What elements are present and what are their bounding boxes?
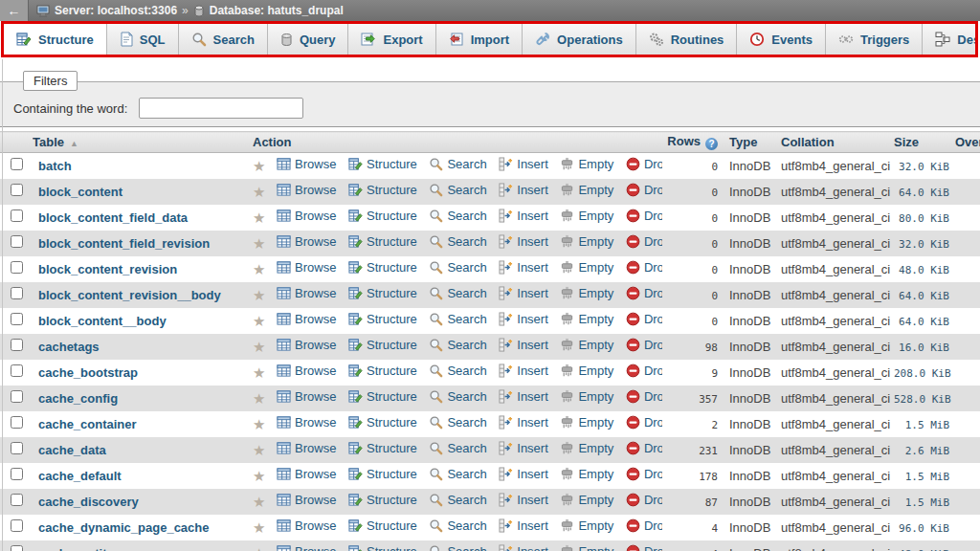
drop-link[interactable]: Drop (626, 234, 662, 249)
drop-link[interactable]: Drop (626, 260, 662, 275)
table-name-link[interactable]: block_content__body (38, 314, 167, 328)
favorite-star-icon[interactable]: ★ (253, 416, 265, 432)
browse-link[interactable]: Browse (277, 518, 336, 533)
drop-link[interactable]: Drop (626, 441, 662, 455)
browse-link[interactable]: Browse (277, 157, 336, 171)
row-checkbox[interactable] (11, 184, 23, 196)
favorite-star-icon[interactable]: ★ (253, 313, 265, 329)
browse-link[interactable]: Browse (277, 234, 336, 249)
drop-link[interactable]: Drop (626, 518, 662, 533)
search-link[interactable]: Search (429, 364, 486, 378)
row-checkbox[interactable] (11, 494, 23, 506)
table-name-link[interactable]: cache_entity (38, 546, 114, 551)
favorite-star-icon[interactable]: ★ (253, 494, 265, 510)
browse-link[interactable]: Browse (277, 415, 336, 430)
structure-link[interactable]: Structure (348, 286, 417, 300)
structure-link[interactable]: Structure (348, 415, 417, 430)
empty-link[interactable]: Empty (560, 544, 613, 551)
structure-link[interactable]: Structure (348, 209, 417, 223)
browse-link[interactable]: Browse (277, 183, 336, 197)
favorite-star-icon[interactable]: ★ (253, 235, 265, 252)
drop-link[interactable]: Drop (626, 389, 662, 404)
structure-link[interactable]: Structure (348, 518, 417, 533)
structure-link[interactable]: Structure (348, 389, 417, 404)
empty-link[interactable]: Empty (560, 209, 613, 223)
tab-events[interactable]: Events (737, 24, 826, 55)
table-name-link[interactable]: batch (38, 159, 72, 173)
search-link[interactable]: Search (429, 312, 486, 326)
browse-link[interactable]: Browse (277, 467, 336, 481)
insert-link[interactable]: Insert (499, 441, 548, 455)
row-checkbox[interactable] (11, 339, 23, 351)
tab-import[interactable]: Import (436, 24, 523, 55)
table-name-link[interactable]: cache_container (38, 417, 137, 431)
empty-link[interactable]: Empty (560, 338, 613, 352)
empty-link[interactable]: Empty (560, 234, 613, 249)
table-name-link[interactable]: cache_data (38, 443, 106, 457)
insert-link[interactable]: Insert (499, 312, 548, 326)
tab-sql[interactable]: SQL (107, 24, 179, 55)
favorite-star-icon[interactable]: ★ (253, 390, 265, 407)
empty-link[interactable]: Empty (560, 312, 613, 326)
structure-link[interactable]: Structure (348, 338, 417, 352)
favorite-star-icon[interactable]: ★ (253, 519, 265, 536)
insert-link[interactable]: Insert (499, 209, 548, 223)
insert-link[interactable]: Insert (499, 389, 548, 404)
column-header-table[interactable]: Table▲ (33, 132, 253, 153)
search-link[interactable]: Search (429, 441, 486, 455)
empty-link[interactable]: Empty (560, 467, 613, 481)
favorite-star-icon[interactable]: ★ (253, 442, 265, 458)
row-checkbox[interactable] (11, 442, 23, 454)
browse-link[interactable]: Browse (277, 286, 336, 300)
insert-link[interactable]: Insert (499, 234, 548, 249)
browse-link[interactable]: Browse (277, 389, 336, 404)
empty-link[interactable]: Empty (560, 441, 613, 455)
row-checkbox[interactable] (11, 416, 23, 429)
row-checkbox[interactable] (11, 364, 23, 377)
browse-link[interactable]: Browse (277, 493, 336, 507)
column-header-collation[interactable]: Collation (781, 132, 894, 153)
empty-link[interactable]: Empty (560, 157, 613, 171)
row-checkbox[interactable] (11, 545, 23, 551)
insert-link[interactable]: Insert (499, 518, 548, 533)
drop-link[interactable]: Drop (626, 415, 662, 430)
search-link[interactable]: Search (429, 493, 486, 507)
table-name-link[interactable]: cache_default (38, 469, 122, 483)
drop-link[interactable]: Drop (626, 467, 662, 481)
insert-link[interactable]: Insert (499, 286, 548, 300)
drop-link[interactable]: Drop (626, 364, 662, 378)
structure-link[interactable]: Structure (348, 364, 417, 378)
empty-link[interactable]: Empty (560, 389, 613, 404)
browse-link[interactable]: Browse (277, 209, 336, 223)
back-arrow-button[interactable]: ← (0, 0, 29, 21)
drop-link[interactable]: Drop (626, 157, 662, 171)
row-checkbox[interactable] (11, 235, 23, 248)
drop-link[interactable]: Drop (626, 286, 662, 300)
browse-link[interactable]: Browse (277, 338, 336, 352)
column-header-rows[interactable]: Rows? (662, 132, 724, 153)
drop-link[interactable]: Drop (626, 493, 662, 507)
empty-link[interactable]: Empty (560, 364, 613, 378)
table-name-link[interactable]: cache_discovery (38, 495, 139, 509)
structure-link[interactable]: Structure (348, 234, 417, 249)
search-link[interactable]: Search (429, 183, 486, 197)
tab-designer[interactable]: Designer (923, 24, 978, 55)
breadcrumb-server-link[interactable]: Server: localhost:3306 (55, 4, 177, 17)
tab-export[interactable]: Export (348, 24, 435, 55)
favorite-star-icon[interactable]: ★ (253, 184, 265, 200)
favorite-star-icon[interactable]: ★ (253, 468, 265, 484)
row-checkbox[interactable] (11, 158, 23, 170)
table-name-link[interactable]: cache_dynamic_page_cache (38, 520, 210, 535)
insert-link[interactable]: Insert (499, 415, 548, 430)
drop-link[interactable]: Drop (626, 544, 662, 551)
empty-link[interactable]: Empty (560, 493, 613, 507)
browse-link[interactable]: Browse (277, 312, 336, 326)
search-link[interactable]: Search (429, 518, 486, 533)
structure-link[interactable]: Structure (348, 157, 417, 171)
table-name-link[interactable]: block_content_revision__body (38, 288, 221, 302)
table-name-link[interactable]: block_content_revision (38, 262, 177, 276)
insert-link[interactable]: Insert (499, 338, 548, 352)
structure-link[interactable]: Structure (348, 183, 417, 197)
search-link[interactable]: Search (429, 467, 486, 481)
row-checkbox[interactable] (11, 287, 23, 299)
